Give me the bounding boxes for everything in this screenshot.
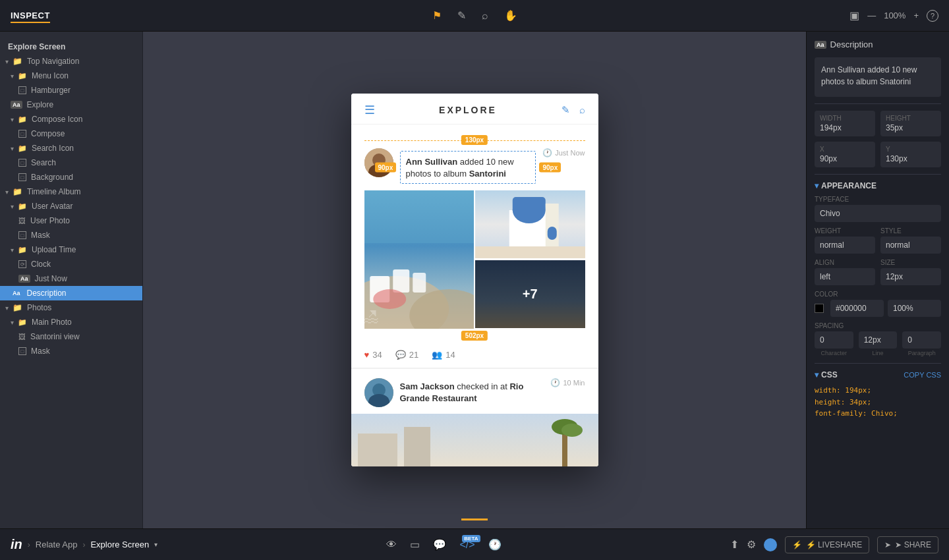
liveshare-button[interactable]: ⚡ ⚡ LIVESHARE <box>785 536 870 553</box>
text-icon: Aa <box>11 101 22 109</box>
typeface-row: TYPEFACE Chivo <box>815 196 941 222</box>
comments-count[interactable]: 💬 21 <box>395 350 418 360</box>
image-icon: 🖼 <box>18 217 26 225</box>
hand-icon[interactable]: ✋ <box>504 9 517 22</box>
folder-icon: 📁 <box>13 303 22 312</box>
css-line-2: height: 34px; <box>815 397 941 408</box>
frame-icon: □ <box>18 130 26 138</box>
sidebar-item-mask2[interactable]: □ Mask <box>0 344 142 358</box>
tree-label: Main Photo <box>32 318 72 327</box>
sidebar-item-clock[interactable]: ⟳ Clock <box>0 257 142 271</box>
sidebar-item-compose[interactable]: □ Compose <box>0 126 142 141</box>
comment-icon[interactable]: 💬 <box>433 538 446 551</box>
post-card-3 <box>351 414 598 466</box>
folder-icon: 📁 <box>18 144 27 153</box>
shares-count[interactable]: 👥 14 <box>432 350 455 360</box>
color-opacity-value: 100% <box>893 304 913 313</box>
sidebar-item-explore[interactable]: Aa Explore <box>0 98 142 112</box>
copy-css-button[interactable]: COPY CSS <box>904 371 941 379</box>
help-icon[interactable]: ? <box>927 10 938 22</box>
css-code-block: width: 194px; height: 34px; font-family:… <box>815 385 941 420</box>
invision-logo[interactable]: in <box>11 537 22 552</box>
sidebar-item-user-avatar[interactable]: ▾ 📁 User Avatar <box>0 199 142 213</box>
tree-label: Search Icon <box>32 144 74 153</box>
sidebar-item-description[interactable]: Aa Description <box>0 286 142 300</box>
chevron-down-icon: ▾ <box>11 116 14 123</box>
sidebar-item-compose-icon[interactable]: ▾ 📁 Compose Icon <box>0 112 142 126</box>
folder-icon: 📁 <box>18 246 27 254</box>
sidebar-item-just-now[interactable]: Aa Just Now <box>0 271 142 286</box>
search-icon[interactable]: ⌕ <box>579 104 585 116</box>
style-field: STYLE normal <box>880 227 941 254</box>
tree-label: Compose <box>31 129 65 138</box>
tree-label: Mask <box>31 347 50 356</box>
post-header-2: Sam Jackson checked in at Rio Grande Res… <box>364 378 585 407</box>
upload-icon[interactable]: ⬆ <box>730 538 739 551</box>
breadcrumb-dropdown-icon[interactable]: ▾ <box>154 541 158 548</box>
sidebar-item-background[interactable]: □ Background <box>0 170 142 184</box>
history-icon[interactable]: 🕐 <box>488 538 502 551</box>
sidebar-item-timeline-album[interactable]: ▾ 📁 Timeline Album <box>0 184 142 199</box>
zoom-plus[interactable]: + <box>913 11 919 20</box>
canvas-area: ☰ EXPLORE ✎ ⌕ 130px <box>143 32 806 528</box>
css-label: CSS <box>821 370 838 379</box>
compose-icon[interactable]: ✎ <box>561 104 570 116</box>
bottom-center: 👁 ▭ 💬 </> BETA 🕐 <box>386 538 501 551</box>
svg-rect-17 <box>548 227 557 240</box>
pencil-icon[interactable]: ✎ <box>457 9 466 22</box>
svg-rect-15 <box>513 197 546 213</box>
annotation-502px: 502px <box>461 331 488 341</box>
user-avatar-bottom[interactable] <box>764 538 777 551</box>
chevron-down-icon: ▾ <box>11 145 14 152</box>
inspect-title: INSPECT <box>11 11 50 20</box>
flag-icon[interactable]: ⚑ <box>432 9 442 22</box>
typeface-value: Chivo <box>820 209 840 218</box>
sidebar-item-top-navigation[interactable]: ▾ 📁 Top Navigation <box>0 54 142 69</box>
zoom-minus[interactable]: — <box>867 11 876 20</box>
align-value-field: left <box>815 268 875 285</box>
sidebar-item-upload-time[interactable]: ▾ 📁 Upload Time <box>0 242 142 257</box>
clock-icon-2: 🕐 <box>550 378 560 387</box>
topbar-right: ▣ — 100% + ? <box>849 9 938 22</box>
sidebar-item-search-icon[interactable]: ▾ 📁 Search Icon <box>0 141 142 155</box>
folder-icon: 📁 <box>13 57 22 66</box>
breadcrumb-explore-screen[interactable]: Explore Screen <box>90 540 149 549</box>
size-field: SIZE 12px <box>880 259 941 285</box>
screen-icon[interactable]: ▭ <box>410 538 420 551</box>
lightning-icon: ⚡ <box>792 540 802 549</box>
sidebar-item-mask[interactable]: □ Mask <box>0 228 142 242</box>
sidebar-item-santorini-view[interactable]: 🖼 Santorini view <box>0 329 142 344</box>
sidebar-item-main-photo[interactable]: ▾ 📁 Main Photo <box>0 315 142 329</box>
preview-icon[interactable]: 👁 <box>386 539 397 551</box>
hamburger-menu-icon[interactable]: ☰ <box>364 103 375 117</box>
search-icon[interactable]: ⌕ <box>482 10 488 22</box>
breadcrumb-relate-app[interactable]: Relate App <box>36 540 78 549</box>
sidebar-item-hamburger[interactable]: □ Hamburger <box>0 83 142 98</box>
sidebar-item-search[interactable]: □ Search <box>0 155 142 170</box>
width-value: 194px <box>820 123 870 132</box>
appearance-section-title[interactable]: ▾ APPEARANCE <box>815 181 941 190</box>
divider-1 <box>815 103 941 104</box>
sidebar-item-menu-icon[interactable]: ▾ 📁 Menu Icon <box>0 69 142 83</box>
folder-icon: 📁 <box>18 202 27 211</box>
folder-icon: 📁 <box>13 187 22 196</box>
frame-icon: ⟳ <box>18 260 26 268</box>
time-text-1: Just Now <box>555 149 585 157</box>
sidebar-item-photos[interactable]: ▾ 📁 Photos <box>0 300 142 315</box>
frame-icon: □ <box>18 231 26 239</box>
line-field: 12px Line <box>859 331 898 356</box>
align-size-row: ALIGN left SIZE 12px <box>815 259 941 285</box>
likes-count[interactable]: ♥ 34 <box>364 350 382 360</box>
divider-2 <box>815 174 941 175</box>
sidebar-item-user-photo[interactable]: 🖼 User Photo <box>0 213 142 228</box>
share-button[interactable]: ➤ ➤ SHARE <box>877 536 938 553</box>
chevron-down-icon: ▾ <box>5 304 9 312</box>
screen-icon[interactable]: ▣ <box>849 9 859 22</box>
css-section-title[interactable]: ▾ CSS <box>815 370 838 379</box>
settings-icon[interactable]: ⚙ <box>747 538 756 551</box>
weight-style-row: WEIGHT normal STYLE normal <box>815 227 941 254</box>
post-time-1: 🕐 Just Now <box>542 148 585 157</box>
left-sidebar: Explore Screen ▾ 📁 Top Navigation ▾ 📁 Me… <box>0 32 143 528</box>
tree-label: Background <box>31 173 73 182</box>
chevron-down-icon: ▾ <box>5 188 9 196</box>
